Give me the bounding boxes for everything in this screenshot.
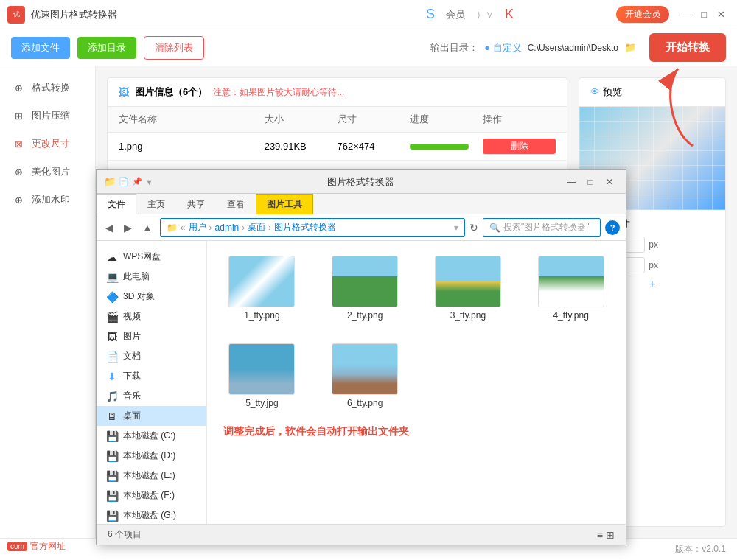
sidebar-downloads-label: 下载 bbox=[123, 370, 141, 382]
help-button[interactable]: ? bbox=[605, 220, 620, 235]
list-view-icon[interactable]: ≡ bbox=[597, 529, 603, 541]
explorer-minimize[interactable]: — bbox=[562, 173, 580, 191]
file-item-1[interactable]: 1_tty.png bbox=[216, 250, 308, 326]
tab-file[interactable]: 文件 bbox=[97, 194, 136, 214]
refresh-button[interactable]: ↻ bbox=[469, 222, 478, 234]
tab-share[interactable]: 共享 bbox=[176, 194, 216, 214]
delete-button[interactable]: 删除 bbox=[483, 139, 556, 154]
add-dir-button[interactable]: 添加目录 bbox=[77, 37, 136, 59]
sidebar-docs[interactable]: 📄 文档 bbox=[97, 346, 206, 366]
drive-c-icon: 💾 bbox=[105, 430, 119, 442]
sidebar-pictures[interactable]: 🖼 图片 bbox=[97, 326, 206, 346]
sidebar-item-format[interactable]: ⊕ 格式转换 bbox=[0, 74, 95, 102]
col-dim: 尺寸 bbox=[338, 113, 411, 126]
tab-view[interactable]: 查看 bbox=[216, 194, 256, 214]
file-item-4[interactable]: 4_tty.png bbox=[525, 250, 617, 326]
table-header: 文件名称 大小 尺寸 进度 操作 bbox=[108, 107, 567, 133]
sidebar-drive-e[interactable]: 💾 本地磁盘 (E:) bbox=[97, 466, 206, 486]
file-name: 1.png bbox=[119, 141, 265, 152]
grid-view-icon[interactable]: ⊞ bbox=[606, 529, 615, 541]
file-item-3[interactable]: 3_tty.png bbox=[422, 250, 514, 326]
add-size-icon[interactable]: + bbox=[649, 278, 655, 291]
sidebar-drive-g[interactable]: 💾 本地磁盘 (G:) bbox=[97, 505, 206, 524]
add-file-button[interactable]: 添加文件 bbox=[11, 37, 70, 59]
sidebar-item-label-compress: 图片压缩 bbox=[32, 109, 70, 122]
explorer-title-bar: 📁 📄 📌 ▼ 图片格式转换器 — □ ✕ bbox=[97, 170, 626, 194]
clear-list-button[interactable]: 清除列表 bbox=[144, 36, 204, 60]
nav-back[interactable]: ◀ bbox=[102, 220, 116, 235]
sidebar-wps[interactable]: ☁ WPS网盘 bbox=[97, 247, 206, 267]
sidebar-downloads[interactable]: ⬇ 下载 bbox=[97, 366, 206, 386]
toolbar: 添加文件 添加目录 清除列表 输出目录： ● 自定义 C:\Users\admi… bbox=[0, 29, 737, 66]
progress-bar bbox=[410, 144, 469, 150]
explorer-title: 图片格式转换器 bbox=[159, 175, 562, 189]
explorer-folder-icon: 📁 bbox=[104, 176, 116, 187]
path-desktop[interactable]: 桌面 bbox=[248, 221, 265, 234]
sidebar-item-resize[interactable]: ⊠ 更改尺寸 bbox=[0, 130, 95, 158]
table-row: 1.png 239.91KB 762×474 删除 bbox=[108, 133, 567, 161]
width-unit: px bbox=[649, 239, 658, 250]
sidebar-drive-f[interactable]: 💾 本地磁盘 (F:) bbox=[97, 486, 206, 505]
panel-header-title: 图片信息（6个） bbox=[135, 85, 207, 99]
member-button[interactable]: 开通会员 bbox=[616, 6, 669, 23]
file-name-6: 6_tty.png bbox=[347, 398, 383, 408]
maximize-button[interactable]: □ bbox=[696, 7, 711, 21]
music-icon: 🎵 bbox=[105, 391, 119, 402]
file-item-6[interactable]: 6_tty.png bbox=[319, 337, 411, 414]
file-thumb-6 bbox=[332, 343, 398, 395]
height-unit: px bbox=[649, 260, 658, 270]
file-item-2[interactable]: 2_tty.png bbox=[319, 250, 411, 326]
path-user[interactable]: 用户 bbox=[189, 221, 206, 234]
sidebar-drive-c-label: 本地磁盘 (C:) bbox=[123, 430, 175, 442]
sidebar-video[interactable]: 🎬 视频 bbox=[97, 307, 206, 326]
explorer-tabs: 文件 主页 共享 查看 图片工具 bbox=[97, 194, 626, 214]
file-thumb-4 bbox=[538, 256, 604, 307]
path-dropdown[interactable]: ▾ bbox=[454, 223, 458, 233]
file-item-5[interactable]: 5_tty.jpg bbox=[216, 337, 308, 414]
col-name: 文件名称 bbox=[119, 113, 265, 126]
nav-up[interactable]: ▲ bbox=[139, 220, 156, 235]
sidebar-drive-c[interactable]: 💾 本地磁盘 (C:) bbox=[97, 426, 206, 446]
close-button[interactable]: ✕ bbox=[713, 7, 730, 21]
center-icons: S 会员 ）∨ K bbox=[324, 7, 616, 22]
explorer-maximize[interactable]: □ bbox=[581, 173, 599, 191]
explorer-folder-arrow: ▼ bbox=[145, 178, 153, 186]
sidebar-music[interactable]: 🎵 音乐 bbox=[97, 386, 206, 406]
path-admin[interactable]: admin bbox=[215, 223, 240, 233]
explorer-close[interactable]: ✕ bbox=[601, 173, 618, 191]
drive-d-icon: 💾 bbox=[105, 450, 119, 462]
search-placeholder: 搜索"图片格式转换器" bbox=[503, 221, 590, 234]
sidebar-thispc-label: 此电脑 bbox=[123, 270, 150, 283]
minimize-button[interactable]: — bbox=[677, 7, 695, 21]
sidebar-drive-d-label: 本地磁盘 (D:) bbox=[123, 449, 175, 462]
explorer-address-bar: ◀ ▶ ▲ 📁 « 用户 › admin › 桌面 › 图片格式转换器 ▾ ↻ … bbox=[97, 214, 626, 241]
sidebar-desktop[interactable]: 🖥 桌面 bbox=[97, 406, 206, 426]
col-progress: 进度 bbox=[410, 113, 483, 126]
sidebar-music-label: 音乐 bbox=[123, 390, 141, 402]
search-box[interactable]: 🔍 搜索"图片格式转换器" bbox=[483, 218, 601, 237]
address-path[interactable]: 📁 « 用户 › admin › 桌面 › 图片格式转换器 ▾ bbox=[160, 218, 465, 237]
sidebar-item-beautify[interactable]: ⊛ 美化图片 bbox=[0, 158, 95, 186]
brand-icon-s: S bbox=[426, 7, 435, 22]
path-folder[interactable]: 图片格式转换器 bbox=[274, 221, 336, 234]
sidebar-item-watermark[interactable]: ⊕ 添加水印 bbox=[0, 186, 95, 214]
notice-text: 注意：如果图片较大请耐心等待... bbox=[213, 86, 344, 99]
tab-image-tools[interactable]: 图片工具 bbox=[256, 194, 313, 214]
file-thumb-2 bbox=[332, 256, 398, 307]
sidebar-3d-label: 3D 对象 bbox=[123, 290, 155, 303]
file-size: 239.91KB bbox=[265, 141, 338, 152]
radio-custom[interactable]: ● 自定义 bbox=[484, 41, 521, 55]
sidebar-video-label: 视频 bbox=[123, 310, 141, 323]
nav-forward[interactable]: ▶ bbox=[121, 220, 135, 235]
sidebar-3d[interactable]: 🔷 3D 对象 bbox=[97, 287, 206, 307]
beautify-icon: ⊛ bbox=[11, 167, 26, 178]
sidebar-item-compress[interactable]: ⊞ 图片压缩 bbox=[0, 102, 95, 130]
preview-title: 预览 bbox=[603, 86, 622, 97]
sidebar-drive-d[interactable]: 💾 本地磁盘 (D:) bbox=[97, 446, 206, 466]
start-convert-button[interactable]: 开始转换 bbox=[649, 33, 726, 62]
file-thumb-3 bbox=[435, 256, 501, 307]
folder-icon[interactable]: 📁 bbox=[624, 42, 636, 53]
sidebar-pictures-label: 图片 bbox=[123, 330, 141, 343]
tab-home[interactable]: 主页 bbox=[136, 194, 176, 214]
sidebar-thispc[interactable]: 💻 此电脑 bbox=[97, 267, 206, 287]
